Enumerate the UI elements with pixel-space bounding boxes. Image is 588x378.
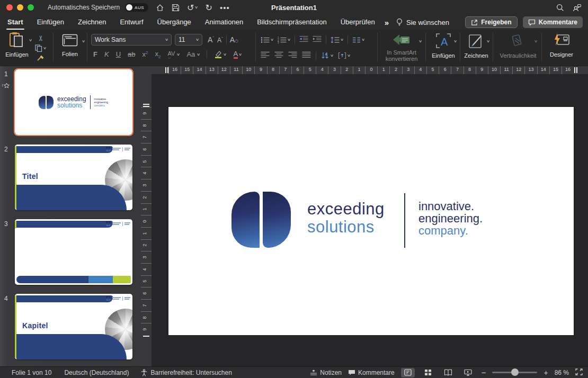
zoom-slider[interactable] <box>492 372 537 373</box>
underline-button[interactable]: U <box>116 50 121 58</box>
tab-einfuegen[interactable]: Einfügen <box>37 18 64 27</box>
minimize-window-button[interactable] <box>17 4 23 11</box>
save-icon[interactable] <box>172 2 180 13</box>
line-spacing-button[interactable]: ∨ <box>331 37 343 43</box>
tab-entwurf[interactable]: Entwurf <box>120 18 143 27</box>
numbering-button[interactable]: 123 ∨ <box>278 37 290 43</box>
draw-chevron-icon[interactable]: ∨ <box>486 39 490 43</box>
tab-start[interactable]: Start <box>7 18 23 27</box>
italic-button[interactable]: K <box>104 50 109 58</box>
new-slide-chevron-icon[interactable]: ∨ <box>82 39 85 43</box>
justify-button[interactable] <box>302 51 311 60</box>
close-window-button[interactable] <box>6 4 13 11</box>
normal-view-button[interactable] <box>401 368 415 377</box>
zoom-in-button[interactable]: + <box>544 368 548 377</box>
undo-button[interactable]: ↺∨ <box>187 2 198 13</box>
smartart-chevron-icon[interactable]: ∨ <box>418 39 422 43</box>
search-icon[interactable] <box>556 2 564 13</box>
language-selector[interactable]: Deutsch (Deutschland) <box>64 369 129 376</box>
zoom-out-button[interactable]: − <box>482 368 486 377</box>
draw-shape-button[interactable]: ∨ Zeichnen <box>462 33 491 59</box>
tab-ueberpruefen[interactable]: Überprüfen <box>341 18 375 27</box>
font-color-chevron-icon[interactable]: ∨ <box>238 52 242 57</box>
comments-button[interactable]: Kommentare <box>523 16 583 28</box>
zoom-slider-knob[interactable] <box>511 368 519 376</box>
slide-counter[interactable]: Folie 1 von 10 <box>12 369 51 376</box>
slide-thumbnail-4[interactable]: Kapitel <box>15 294 132 359</box>
accessibility-checker[interactable]: Barrierefreiheit: Untersuchen <box>140 369 231 376</box>
copy-chevron-icon[interactable]: ∨ <box>43 46 47 50</box>
text-direction-button[interactable]: A ∨ <box>321 52 333 59</box>
columns-button[interactable]: ∨ <box>352 37 364 43</box>
change-case-chevron-icon[interactable]: ∨ <box>197 52 200 57</box>
increase-indent-button[interactable] <box>313 35 322 44</box>
slide-thumbnail-1[interactable]: exceeding solutions innovative. engineer… <box>15 69 132 135</box>
columns-chevron-icon[interactable]: ∨ <box>361 38 365 42</box>
align-left-button[interactable] <box>261 51 270 60</box>
designer-button[interactable]: Designer <box>545 33 578 58</box>
subscript-button[interactable]: x2 <box>155 50 161 59</box>
transition-star-icon[interactable] <box>2 82 10 92</box>
logo-wordmark[interactable]: exceeding solutions <box>307 200 385 236</box>
autosave-toggle[interactable]: AUS <box>125 3 148 12</box>
align-text-button[interactable]: ∨ <box>338 52 350 59</box>
slideshow-view-button[interactable] <box>461 368 475 377</box>
line-spacing-chevron-icon[interactable]: ∨ <box>340 38 344 42</box>
tab-overflow-chevrons[interactable]: » <box>385 18 389 27</box>
slide-thumbnail-2[interactable]: Titel <box>15 145 132 210</box>
slide-sorter-view-button[interactable] <box>421 368 435 377</box>
format-painter-icon[interactable] <box>37 54 45 64</box>
slide-1-canvas[interactable]: exceeding solutions innovative. engineer… <box>168 107 574 335</box>
font-color-button[interactable]: A ∨ <box>234 50 242 59</box>
change-case-button[interactable]: Aa <box>186 50 195 58</box>
notes-toggle[interactable]: Notizen <box>310 369 342 376</box>
shrink-font-button[interactable]: Aˇ <box>217 36 223 44</box>
superscript-button[interactable]: x2 <box>142 50 148 58</box>
logo-petals[interactable] <box>231 192 291 248</box>
zoom-window-button[interactable] <box>28 4 34 11</box>
zoom-percentage[interactable]: 86 % <box>555 369 569 376</box>
reading-view-button[interactable] <box>441 368 455 377</box>
bold-button[interactable]: F <box>93 50 97 58</box>
highlight-color-button[interactable]: ∨ <box>214 50 226 58</box>
cut-icon[interactable]: ✂ <box>37 35 45 41</box>
more-toolbar-commands-icon[interactable]: ••• <box>220 2 230 13</box>
clear-formatting-button[interactable]: A◇ <box>230 35 238 44</box>
character-spacing-chevron-icon[interactable]: ∨ <box>176 52 180 57</box>
fit-slide-to-window-button[interactable] <box>575 368 583 377</box>
vertical-ruler[interactable]: 9876543210123456789 <box>141 74 152 366</box>
paste-button[interactable]: ∨ Einfügen <box>4 32 30 58</box>
highlight-color-chevron-icon[interactable]: ∨ <box>223 52 227 57</box>
redo-button[interactable]: ↻ <box>206 2 212 13</box>
logo-tagline[interactable]: innovative. engineering. company. <box>418 200 483 237</box>
decrease-indent-button[interactable] <box>299 35 308 44</box>
tab-uebergaenge[interactable]: Übergänge <box>157 18 191 27</box>
font-name-combo[interactable]: Work Sans∨ <box>91 34 172 46</box>
grow-font-button[interactable]: Aˆ <box>208 35 214 44</box>
strikethrough-button[interactable]: ab <box>128 50 135 58</box>
align-right-button[interactable] <box>288 51 297 60</box>
tab-animationen[interactable]: Animationen <box>205 18 243 27</box>
lightbulb-icon[interactable] <box>396 18 403 26</box>
tab-zeichnen[interactable]: Zeichnen <box>78 18 106 27</box>
undo-chevron-icon[interactable]: ∨ <box>194 5 198 10</box>
new-slide-button[interactable]: ∨ Folien <box>56 34 84 57</box>
bullets-chevron-icon[interactable]: ∨ <box>270 38 274 42</box>
bullets-button[interactable]: ∨ <box>261 37 273 43</box>
tab-bildschirmpraesentation[interactable]: Bildschirmpräsentation <box>257 18 327 27</box>
align-text-chevron-icon[interactable]: ∨ <box>347 53 351 58</box>
slide-thumbnail-3[interactable] <box>15 219 132 285</box>
presenter-coach-icon[interactable] <box>573 2 582 13</box>
home-icon[interactable] <box>156 2 164 13</box>
horizontal-ruler[interactable]: 1615141312111098765432101234567891011121… <box>141 66 588 74</box>
text-direction-chevron-icon[interactable]: ∨ <box>330 53 334 58</box>
convert-to-smartart-button[interactable]: ∨ In SmartArt konvertieren <box>380 33 423 62</box>
insert-chevron-icon[interactable]: ∨ <box>453 39 457 43</box>
insert-text-box-button[interactable]: A ∨ Einfügen <box>429 33 458 59</box>
comments-toggle[interactable]: Kommentare <box>348 369 395 376</box>
align-center-button[interactable] <box>274 51 283 60</box>
sensitivity-chevron-icon[interactable]: ∨ <box>534 39 538 43</box>
sensitivity-button[interactable]: ∨ Vertraulichkeit <box>496 33 540 59</box>
character-spacing-button[interactable]: AV↔ <box>167 50 175 58</box>
font-size-combo[interactable]: 11∨ <box>175 34 202 46</box>
